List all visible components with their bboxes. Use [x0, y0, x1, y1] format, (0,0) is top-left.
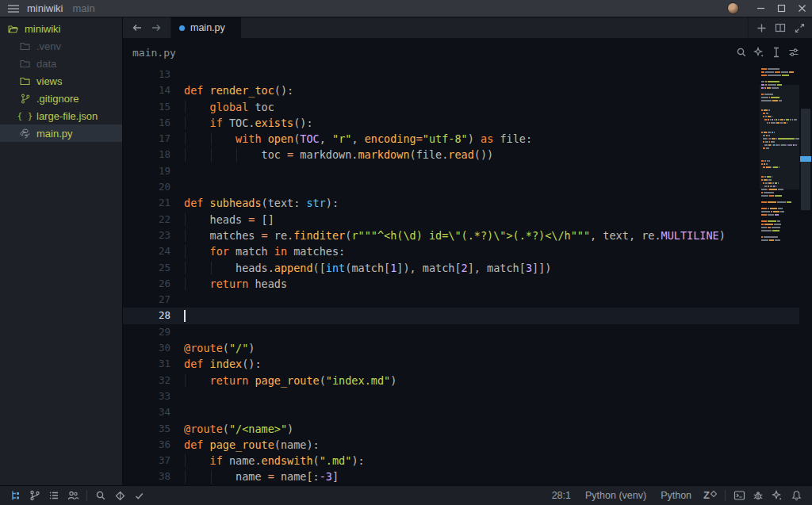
split-editor-button[interactable]	[771, 19, 790, 36]
terminal-panel-button[interactable]	[730, 486, 749, 505]
close-icon	[798, 4, 806, 13]
line-number: 38	[123, 469, 184, 484]
sidebar-item-miniwiki[interactable]: miniwiki	[0, 20, 122, 37]
outline-panel-button[interactable]	[44, 486, 63, 505]
cursor-mode-button[interactable]	[768, 44, 785, 61]
code-row-25[interactable]: 25 heads.append([int(match[1]), match[2]…	[123, 260, 799, 276]
indent-guide	[236, 148, 237, 161]
code-row-22[interactable]: 22 heads = []	[123, 212, 799, 228]
cursor-position[interactable]: 28:1	[545, 490, 578, 501]
git-branch-icon	[20, 94, 30, 104]
code-row-23[interactable]: 23 matches = re.finditer(r"""^<h(\d) id=…	[123, 228, 799, 243]
code-row-17[interactable]: 17 with open(TOC, "r", encoding="utf-8")…	[123, 131, 799, 147]
indent-guide	[211, 262, 212, 274]
code-row-19[interactable]: 19	[123, 163, 799, 179]
source-control-panel-button[interactable]	[25, 486, 44, 505]
code-row-28[interactable]: 28	[123, 308, 799, 323]
code-row-37[interactable]: 37 if name.endswith(".md"):	[123, 453, 799, 469]
code-row-29[interactable]: 29	[123, 324, 799, 340]
line-number: 28	[123, 308, 184, 323]
code-row-15[interactable]: 15 global toc	[123, 99, 799, 115]
code-row-35[interactable]: 35@route("/<name>")	[123, 421, 799, 437]
file-explorer-panel-button[interactable]	[6, 486, 25, 505]
search-panel-button[interactable]	[91, 486, 110, 505]
line-number: 17	[123, 131, 184, 147]
code-line-text: toc = markdown.markdown(file.read())	[184, 147, 799, 163]
debug-run-button[interactable]	[749, 486, 768, 505]
lsp-diamond-icon	[710, 491, 717, 497]
tabbar-spacer	[241, 17, 748, 38]
find-in-file-button[interactable]	[733, 44, 750, 61]
forward-button[interactable]	[147, 19, 166, 36]
sidebar-item-data[interactable]: data	[0, 55, 122, 72]
code-editor[interactable]: 1314def render_toc():15 global toc16 if …	[123, 67, 812, 485]
code-row-36[interactable]: 36def page_route(name):	[123, 437, 799, 453]
editor-settings-button[interactable]	[785, 44, 802, 61]
code-row-20[interactable]: 20	[123, 179, 799, 195]
file-explorer-sidebar: miniwiki.venvdataviews.gitignore{ }large…	[0, 17, 123, 485]
code-row-21[interactable]: 21def subheads(text: str):	[123, 195, 799, 211]
code-row-14[interactable]: 14def render_toc():	[123, 82, 799, 98]
minimize-button[interactable]	[750, 0, 771, 17]
back-button[interactable]	[128, 19, 147, 36]
code-line-text: def page_route(name):	[184, 437, 799, 453]
code-line-text: heads.append([int(match[1]), match[2], m…	[184, 260, 799, 276]
sliders-icon	[788, 47, 799, 58]
line-number: 23	[123, 228, 184, 243]
maximize-panel-button[interactable]	[790, 19, 809, 36]
search-icon	[95, 490, 106, 501]
scrollbar-cursor-marker	[800, 156, 811, 162]
code-row-31[interactable]: 31def index():	[123, 356, 799, 372]
code-line-text	[184, 308, 799, 323]
sidebar-item-views[interactable]: views	[0, 72, 122, 90]
breadcrumb[interactable]: main.py	[132, 47, 176, 59]
python-interpreter[interactable]: Python (venv)	[578, 490, 653, 501]
git-branch-name[interactable]: main	[73, 2, 95, 14]
tab-main-py[interactable]: main.py	[171, 17, 241, 38]
ai-assistant-button[interactable]	[768, 486, 787, 505]
status-bar: 28:1 Python (venv) Python Z	[0, 485, 812, 505]
code-row-34[interactable]: 34	[123, 404, 799, 420]
lsp-label: Z	[703, 490, 710, 501]
line-number: 15	[123, 99, 184, 115]
code-actions-button[interactable]	[750, 44, 768, 61]
code-row-18[interactable]: 18 toc = markdown.markdown(file.read())	[123, 147, 799, 163]
code-row-32[interactable]: 32 return page_route("index.md")	[123, 373, 799, 388]
problems-panel-button[interactable]	[129, 486, 148, 505]
collaboration-panel-button[interactable]	[63, 486, 82, 505]
code-line-text: with open(TOC, "r", encoding="utf-8") as…	[184, 131, 799, 147]
sidebar-item--venv[interactable]: .venv	[0, 37, 122, 55]
project-name[interactable]: miniwiki	[27, 2, 63, 14]
new-tab-button[interactable]	[752, 19, 771, 36]
code-row-33[interactable]: 33	[123, 388, 799, 404]
hamburger-menu-button[interactable]	[0, 5, 27, 13]
sidebar-item--gitignore[interactable]: .gitignore	[0, 90, 122, 107]
sidebar-item-label: large-file.json	[36, 110, 98, 122]
maximize-button[interactable]	[771, 0, 791, 17]
terminal-icon	[733, 490, 745, 501]
line-number: 14	[123, 82, 184, 98]
close-button[interactable]	[791, 0, 812, 17]
code-line-text: def index():	[184, 356, 799, 372]
sidebar-item-main-py[interactable]: main.py	[0, 124, 122, 142]
code-row-24[interactable]: 24 for match in matches:	[123, 243, 799, 259]
indent-guide	[185, 213, 186, 226]
editor-scrollbar[interactable]	[799, 67, 812, 485]
sidebar-item-large-file-json[interactable]: { }large-file.json	[0, 107, 122, 124]
debug-panel-button[interactable]	[110, 486, 129, 505]
code-line-text: for match in matches:	[184, 243, 799, 259]
code-row-13[interactable]: 13	[123, 67, 799, 82]
folder-icon	[20, 41, 30, 52]
code-row-26[interactable]: 26 return heads	[123, 276, 799, 292]
code-row-16[interactable]: 16 if TOC.exists():	[123, 115, 799, 131]
code-row-30[interactable]: 30@route("/")	[123, 340, 799, 356]
code-row-38[interactable]: 38 name = name[:-3]	[123, 469, 799, 484]
check-icon	[134, 491, 144, 501]
back-arrow-icon	[132, 23, 143, 33]
lsp-status-button[interactable]: Z	[699, 490, 721, 501]
notifications-button[interactable]	[787, 486, 806, 505]
code-row-27[interactable]: 27	[123, 292, 799, 308]
indent-guide	[211, 148, 212, 161]
user-avatar[interactable]	[727, 2, 739, 14]
language-mode[interactable]: Python	[653, 490, 699, 501]
